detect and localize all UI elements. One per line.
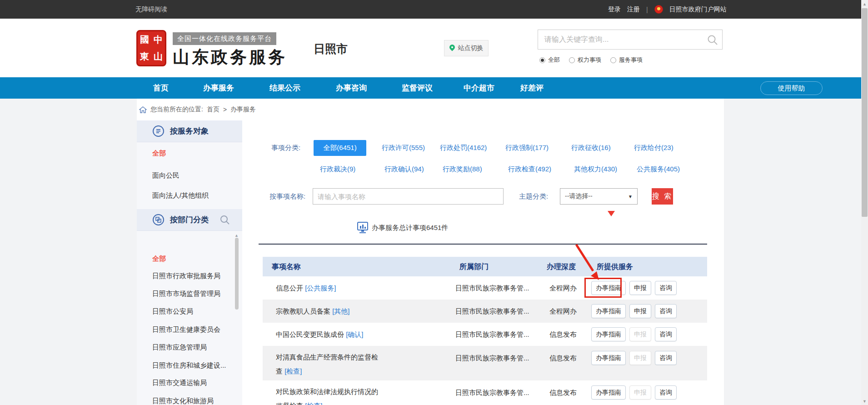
breadcrumb-sep: > <box>223 106 227 113</box>
accessibility-link[interactable]: 无障碍阅读 <box>135 5 167 14</box>
item-tag-link[interactable]: [检查] <box>305 402 322 405</box>
main-nav: 首页 办事服务 结果公示 办事咨询 监督评议 中介超市 好差评 使用帮助 <box>0 77 868 99</box>
register-link[interactable]: 注册 <box>627 5 640 14</box>
guide-button[interactable]: 办事指南 <box>591 385 626 400</box>
login-link[interactable]: 登录 <box>608 5 621 14</box>
scroll-down-icon[interactable]: ▼ <box>861 399 868 404</box>
topbar-divider: | <box>646 6 648 13</box>
item-name-input[interactable] <box>313 189 503 204</box>
radio-service-items[interactable]: 服务事项 <box>610 56 643 64</box>
guide-button[interactable]: 办事指南 <box>591 351 626 365</box>
tab-xingzheng-jifu[interactable]: 行政给付(23) <box>634 144 673 152</box>
nav-services[interactable]: 办事服务 <box>203 77 234 99</box>
main-content: 事项分类: 全部(6451) 行政许可(555) 行政处罚(4162) 行政强制… <box>259 120 724 405</box>
sidebar-dept-item[interactable]: 日照市住房和城乡建设... <box>152 361 226 370</box>
item-tag-link[interactable]: [公共服务] <box>305 284 336 292</box>
guide-button[interactable]: 办事指南 <box>591 327 626 341</box>
breadcrumb-home[interactable]: 首页 <box>207 105 219 114</box>
site-switch-button[interactable]: 站点切换 <box>444 40 489 56</box>
nav-intermediary[interactable]: 中介超市 <box>464 77 494 99</box>
topbar-right: 登录 注册 | ★ 日照市政府门户网站 <box>608 5 727 14</box>
screen: 无障碍阅读 登录 注册 | ★ 日照市政府门户网站 中 國 山 東 全国一体化在… <box>0 0 868 405</box>
col-services: 所提供服务 <box>597 262 633 272</box>
consult-button[interactable]: 咨询 <box>655 327 677 341</box>
sidebar-dept-item[interactable]: 日照市市场监督管理局 <box>152 290 220 298</box>
tab-xingzheng-queren[interactable]: 行政确认(94) <box>384 165 424 174</box>
tab-xingzheng-qiangzhi[interactable]: 行政强制(177) <box>505 144 549 152</box>
table-row: 对清真食品生产经营条件的监督检查 [检查] 日照市民族宗教事务管... 信息发布… <box>263 346 707 380</box>
keyword-search-input[interactable] <box>538 30 722 49</box>
guide-button[interactable]: 办事指南 <box>591 304 626 318</box>
topic-label: 主题分类: <box>519 192 548 201</box>
radio-all[interactable]: 全部 <box>539 56 560 64</box>
tab-xingzheng-jiangli[interactable]: 行政奖励(88) <box>443 165 482 174</box>
sidebar-scrollbar-thumb[interactable] <box>235 238 239 310</box>
topic-select[interactable]: --请选择-- ▼ <box>560 188 638 205</box>
consult-button[interactable]: 咨询 <box>655 281 677 295</box>
page-scrollbar-thumb[interactable] <box>862 8 868 217</box>
seal-char: 中 <box>151 31 165 48</box>
tab-all[interactable]: 全部(6451) <box>314 140 366 156</box>
page-scrollbar[interactable]: ▲ ▼ <box>861 0 868 405</box>
radio-power-items[interactable]: 权力事项 <box>569 56 601 64</box>
stats-monitor-icon <box>357 222 368 234</box>
portal-link[interactable]: 日照市政府门户网站 <box>669 5 727 14</box>
service-object-icon <box>152 125 165 137</box>
item-name-box <box>313 188 504 205</box>
depth-cell: 信息发布 <box>549 354 577 363</box>
item-name-link[interactable]: 信息公开 <box>276 284 303 292</box>
sidebar: 按服务对象 全部 面向公民 面向法人/其他组织 按部门分类 <box>137 120 242 405</box>
sidebar-dept-item[interactable]: 日照市公安局 <box>152 307 193 316</box>
sidebar-title: 按服务对象 <box>170 126 209 136</box>
tab-xingzheng-caijue[interactable]: 行政裁决(9) <box>320 165 355 174</box>
tab-qita-quanli[interactable]: 其他权力(430) <box>574 165 617 174</box>
sidebar-dept-item[interactable]: 日照市文化和旅游局 <box>152 397 214 405</box>
department-search-icon[interactable] <box>219 215 230 225</box>
nav-consult[interactable]: 办事咨询 <box>336 77 367 99</box>
apply-button[interactable]: 申报 <box>629 281 651 295</box>
radio-dot <box>610 57 616 63</box>
nav-rating[interactable]: 好差评 <box>520 77 544 99</box>
depth-cell: 信息发布 <box>549 330 577 339</box>
search-button[interactable]: 搜 索 <box>652 188 673 205</box>
sidebar-dept-all[interactable]: 全部 <box>152 255 166 263</box>
item-name-link[interactable]: 中国公民变更民族成份 <box>276 330 344 338</box>
radio-label: 服务事项 <box>619 56 643 64</box>
tab-xingzheng-xuke[interactable]: 行政许可(555) <box>382 144 425 152</box>
sidebar-dept-item[interactable]: 日照市应急管理局 <box>152 343 207 352</box>
tab-xingzheng-zhengshou[interactable]: 行政征收(16) <box>571 144 611 152</box>
seal-char: 山 <box>151 48 165 65</box>
sidebar-scroll-up-icon[interactable]: ▲ <box>234 233 239 238</box>
section-divider <box>259 244 707 245</box>
sidebar-item-legal-person[interactable]: 面向法人/其他组织 <box>152 191 209 200</box>
sidebar-dept-item[interactable]: 日照市行政审批服务局 <box>152 272 220 280</box>
nav-results[interactable]: 结果公示 <box>269 77 300 99</box>
apply-button[interactable]: 申报 <box>629 304 651 318</box>
item-tag-link[interactable]: [确认] <box>346 330 363 338</box>
search-icon[interactable] <box>707 34 718 46</box>
nav-supervision[interactable]: 监督评议 <box>402 77 433 99</box>
sidebar-dept-item[interactable]: 日照市交通运输局 <box>152 379 207 387</box>
tab-gonggong-fuwu[interactable]: 公共服务(405) <box>637 165 680 174</box>
item-name-label: 按事项名称: <box>269 192 305 201</box>
nav-home[interactable]: 首页 <box>153 77 169 99</box>
consult-button[interactable]: 咨询 <box>655 351 677 365</box>
brand-title: 山东政务服务 <box>173 46 287 69</box>
sidebar-dept-item[interactable]: 日照市卫生健康委员会 <box>152 325 220 334</box>
consult-button[interactable]: 咨询 <box>655 304 677 318</box>
sidebar-item-all-objects[interactable]: 全部 <box>152 149 166 158</box>
item-name-link[interactable]: 对民族政策和法律法规执行情况的监督检查 <box>276 388 378 405</box>
tab-xingzheng-jiancha[interactable]: 行政检查(492) <box>508 165 551 174</box>
site-header: 中 國 山 東 全国一体化在线政务服务平台 山东政务服务 日照市 站点切换 全部 <box>0 19 868 77</box>
item-name-link[interactable]: 宗教教职人员备案 <box>276 307 330 315</box>
apply-button-disabled: 申报 <box>629 385 651 400</box>
help-button[interactable]: 使用帮助 <box>760 81 823 95</box>
scroll-up-icon[interactable]: ▲ <box>861 2 868 6</box>
item-tag-link[interactable]: [检查] <box>284 367 302 375</box>
item-tag-link[interactable]: [其他] <box>332 307 349 315</box>
consult-button[interactable]: 咨询 <box>655 385 677 400</box>
breadcrumb-current[interactable]: 办事服务 <box>230 105 256 114</box>
item-name-cell: 对清真食品生产经营条件的监督检查 [检查] <box>276 350 379 378</box>
sidebar-item-citizen[interactable]: 面向公民 <box>152 171 180 180</box>
tab-xingzheng-chufa[interactable]: 行政处罚(4162) <box>440 144 487 152</box>
